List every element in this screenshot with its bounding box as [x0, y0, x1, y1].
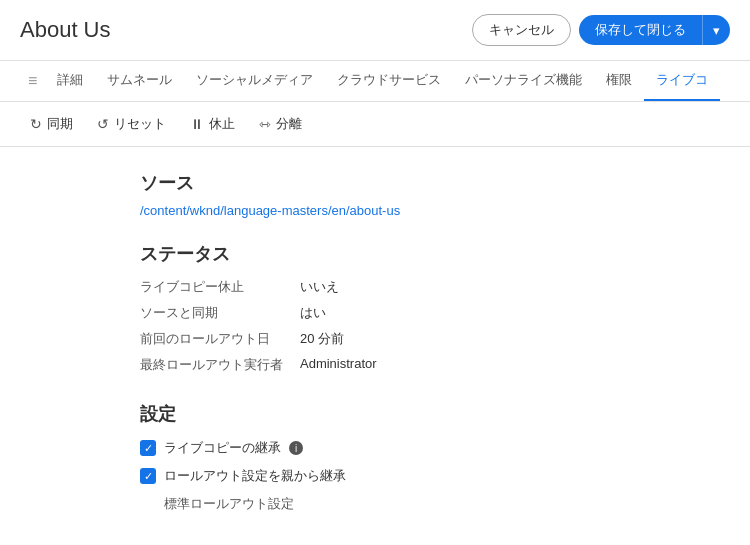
table-row: ソースと同期 はい: [140, 300, 610, 326]
status-title: ステータス: [140, 242, 610, 266]
sync-icon: ↻: [30, 116, 42, 132]
reset-button[interactable]: ↺ リセット: [87, 110, 176, 138]
settings-title: 設定: [140, 402, 610, 426]
tab-permissions[interactable]: 権限: [594, 61, 644, 101]
tab-first-icon[interactable]: ≡: [20, 62, 45, 100]
tab-cloud-service[interactable]: クラウドサービス: [325, 61, 453, 101]
rollout-inherit-label: ロールアウト設定を親から継承: [164, 467, 346, 485]
pause-icon: ⏸: [190, 116, 204, 132]
source-section: ソース /content/wknd/language-masters/en/ab…: [140, 171, 610, 218]
save-button-group: 保存して閉じる ▾: [579, 15, 730, 45]
status-section: ステータス ライブコピー休止 いいえ ソースと同期 はい 前回のロールアウト日 …: [140, 242, 610, 378]
status-value-3: Administrator: [300, 356, 377, 374]
info-icon[interactable]: i: [289, 441, 303, 455]
status-value-1: はい: [300, 304, 326, 322]
table-row: 前回のロールアウト日 20 分前: [140, 326, 610, 352]
save-dropdown-button[interactable]: ▾: [702, 15, 730, 45]
status-label-2: 前回のロールアウト日: [140, 330, 300, 348]
page-title: About Us: [20, 17, 111, 43]
save-button[interactable]: 保存して閉じる: [579, 15, 702, 45]
settings-section: 設定 ライブコピーの継承 i ロールアウト設定を親から継承 標準ロールアウト設定: [140, 402, 610, 518]
source-link[interactable]: /content/wknd/language-masters/en/about-…: [140, 203, 610, 218]
settings-options: ライブコピーの継承 i ロールアウト設定を親から継承 標準ロールアウト設定: [140, 434, 610, 518]
sync-label: 同期: [47, 115, 73, 133]
livecopy-inherit-label: ライブコピーの継承: [164, 439, 281, 457]
page-header: About Us キャンセル 保存して閉じる ▾: [0, 0, 750, 61]
status-label-1: ソースと同期: [140, 304, 300, 322]
list-item: ロールアウト設定を親から継承: [140, 462, 610, 490]
detach-button[interactable]: ⇿ 分離: [249, 110, 312, 138]
cancel-button[interactable]: キャンセル: [472, 14, 571, 46]
pause-label: 休止: [209, 115, 235, 133]
tab-thumbnail[interactable]: サムネール: [95, 61, 184, 101]
table-row: ライブコピー休止 いいえ: [140, 274, 610, 300]
tab-livecopy[interactable]: ライブコ: [644, 61, 720, 101]
livecopy-inherit-checkbox[interactable]: [140, 440, 156, 456]
pause-button[interactable]: ⏸ 休止: [180, 110, 245, 138]
table-row: 最終ロールアウト実行者 Administrator: [140, 352, 610, 378]
tab-bar: ≡ 詳細 サムネール ソーシャルメディア クラウドサービス パーソナライズ機能 …: [0, 61, 750, 102]
status-label-3: 最終ロールアウト実行者: [140, 356, 300, 374]
tab-social-media[interactable]: ソーシャルメディア: [184, 61, 325, 101]
status-value-2: 20 分前: [300, 330, 344, 348]
standard-rollout-link[interactable]: 標準ロールアウト設定: [140, 490, 610, 518]
rollout-inherit-checkbox[interactable]: [140, 468, 156, 484]
detach-label: 分離: [276, 115, 302, 133]
reset-icon: ↺: [97, 116, 109, 132]
chevron-down-icon: ▾: [713, 23, 720, 38]
tab-personalize[interactable]: パーソナライズ機能: [453, 61, 594, 101]
status-label-0: ライブコピー休止: [140, 278, 300, 296]
main-content: ソース /content/wknd/language-masters/en/ab…: [0, 147, 750, 545]
reset-label: リセット: [114, 115, 166, 133]
status-table: ライブコピー休止 いいえ ソースと同期 はい 前回のロールアウト日 20 分前 …: [140, 274, 610, 378]
list-item: ライブコピーの継承 i: [140, 434, 610, 462]
live-copy-toolbar: ↻ 同期 ↺ リセット ⏸ 休止 ⇿ 分離: [0, 102, 750, 147]
header-actions: キャンセル 保存して閉じる ▾: [472, 14, 730, 46]
tab-details[interactable]: 詳細: [45, 61, 95, 101]
status-value-0: いいえ: [300, 278, 339, 296]
sync-button[interactable]: ↻ 同期: [20, 110, 83, 138]
source-title: ソース: [140, 171, 610, 195]
detach-icon: ⇿: [259, 116, 271, 132]
